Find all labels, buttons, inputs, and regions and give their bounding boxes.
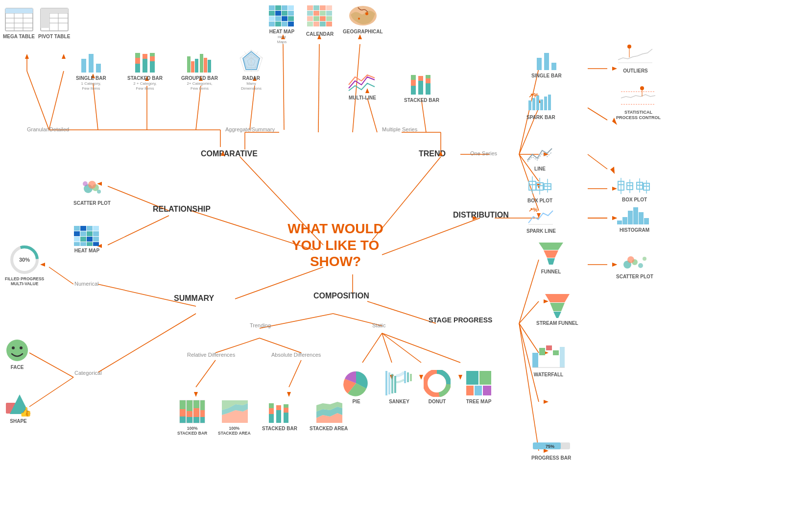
node-spark-bar[interactable]: ↗% SPARK BAR: [526, 91, 555, 121]
svg-rect-130: [150, 53, 155, 56]
node-histogram[interactable]: HISTOGRAM: [616, 203, 653, 233]
node-filled-progress[interactable]: 30% FILLED PROGRESSMULTI-VALUE: [5, 245, 44, 286]
tree-map-icon: [465, 370, 492, 397]
svg-rect-174: [313, 22, 319, 26]
svg-line-74: [196, 360, 215, 387]
svg-rect-192: [528, 100, 531, 110]
single-bar-right-label: SINGLE BAR: [531, 73, 562, 79]
svg-rect-175: [320, 22, 326, 26]
shape-icon: 👍: [5, 392, 32, 416]
node-sankey[interactable]: SANKEY: [384, 370, 414, 405]
svg-rect-263: [74, 237, 80, 242]
svg-rect-181: [411, 80, 416, 86]
node-box-plot[interactable]: BOX PLOT: [526, 174, 553, 204]
svg-rect-267: [74, 242, 80, 246]
svg-point-210: [640, 86, 644, 90]
svg-rect-149: [269, 11, 275, 16]
svg-rect-315: [269, 414, 274, 423]
face-label: FACE: [11, 365, 24, 370]
node-funnel[interactable]: FUNNEL: [536, 240, 566, 275]
pie-label: PIE: [352, 399, 360, 405]
stacked-bar-trend-label: STACKED BAR: [404, 98, 439, 103]
node-heat-map-top[interactable]: HEAT MAP HeatMaps: [268, 5, 295, 44]
svg-rect-282: [391, 374, 393, 393]
svg-rect-310: [200, 410, 205, 417]
node-tree-map[interactable]: TREE MAP: [465, 370, 492, 405]
svg-rect-243: [546, 345, 552, 350]
static-label: Static: [372, 322, 386, 328]
node-outliers[interactable]: OUTLIERS: [617, 44, 654, 74]
svg-rect-259: [74, 231, 80, 236]
node-shape[interactable]: 👍 SHAPE: [5, 392, 32, 424]
calendar-icon: [307, 5, 334, 29]
svg-rect-196: [544, 97, 547, 110]
svg-rect-306: [193, 408, 199, 417]
svg-rect-152: [288, 11, 294, 16]
node-mega-table[interactable]: MEGA TABLE: [3, 7, 35, 40]
node-radar[interactable]: RADAR ManyDimensions: [239, 49, 263, 91]
radar-sublabel: ManyDimensions: [241, 81, 262, 91]
node-stacked-bar-comp-bottom[interactable]: STACKED BAR: [262, 399, 297, 432]
node-heat-map-rel[interactable]: HEAT MAP: [73, 225, 100, 254]
node-calendar[interactable]: CALENDAR: [306, 5, 334, 37]
node-grouped-bar[interactable]: GROUPED BAR 2+ Categories,Few Items: [181, 49, 218, 91]
node-spark-line[interactable]: ↗% SPARK LINE: [526, 206, 556, 234]
node-single-bar-comp[interactable]: SINGLE BAR 1 Category,Few Items: [76, 49, 106, 91]
node-pivot-table[interactable]: PIVOT TABLE: [38, 7, 70, 40]
svg-rect-132: [191, 61, 194, 73]
node-stacked-area[interactable]: STACKED AREA: [310, 399, 348, 432]
svg-rect-157: [269, 22, 275, 26]
svg-rect-169: [307, 16, 313, 21]
heat-map-top-icon: [268, 5, 295, 27]
node-waterfall[interactable]: WATERFALL: [531, 343, 566, 378]
node-scatter-rel[interactable]: SCATTER PLOT: [73, 174, 111, 206]
diagram-container: WHAT WOULD YOU LIKE TO SHOW? MEGA TABLE: [0, 0, 812, 514]
scatter-rel-label: SCATTER PLOT: [73, 200, 111, 206]
node-spc[interactable]: STATISTICALPROCESS CONTROL: [616, 86, 661, 121]
node-stacked-bar-trend[interactable]: STACKED BAR: [404, 71, 439, 103]
svg-rect-291: [466, 371, 478, 385]
svg-rect-161: [307, 5, 313, 10]
node-geographical[interactable]: GEOGRAPHICAL: [343, 5, 383, 35]
svg-rect-165: [307, 11, 313, 16]
node-100-stacked-area[interactable]: 100%STACKED AREA: [218, 399, 251, 436]
node-stream-funnel[interactable]: STREAM FUNNEL: [536, 292, 578, 326]
node-donut[interactable]: DONUT: [424, 370, 451, 405]
donut-label: DONUT: [429, 399, 446, 405]
node-stacked-bar-comp[interactable]: STACKED BAR 2 + Category,Few Items: [127, 49, 163, 91]
svg-rect-293: [466, 386, 474, 395]
svg-rect-285: [407, 372, 409, 382]
svg-rect-283: [394, 376, 396, 393]
svg-rect-269: [87, 242, 93, 246]
svg-line-48: [588, 108, 607, 120]
node-100-stacked-bar[interactable]: 100%STACKED BAR: [177, 399, 207, 436]
svg-rect-180: [411, 86, 416, 95]
node-face[interactable]: FACE: [5, 338, 29, 370]
svg-rect-118: [41, 18, 49, 23]
svg-rect-147: [282, 5, 287, 10]
node-single-bar-right[interactable]: SINGLE BAR: [531, 49, 562, 79]
svg-rect-303: [187, 417, 192, 423]
multiple-series-label: Multiple Series: [382, 126, 417, 132]
svg-marker-239: [550, 303, 565, 311]
node-line[interactable]: LINE: [526, 145, 553, 172]
svg-rect-301: [187, 400, 192, 411]
svg-marker-66: [544, 400, 549, 404]
node-progress-bar[interactable]: 75% PROGRESS BAR: [531, 439, 571, 461]
mega-table-label: MEGA TABLE: [3, 34, 35, 40]
svg-rect-183: [418, 81, 423, 95]
spark-bar-label: SPARK BAR: [526, 115, 555, 121]
svg-rect-166: [313, 11, 319, 16]
pivot-table-icon: [40, 7, 69, 32]
svg-point-233: [638, 263, 643, 268]
svg-line-23: [283, 44, 284, 130]
svg-rect-163: [320, 5, 326, 10]
node-scatter-dist[interactable]: SCATTER PLOT: [616, 250, 653, 280]
stacked-bar-trend-icon: [408, 71, 435, 96]
node-box-plot-right[interactable]: BOX PLOT: [616, 175, 653, 203]
svg-text:👍: 👍: [20, 406, 32, 416]
heat-map-rel-label: HEAT MAP: [74, 248, 99, 254]
svg-rect-242: [539, 348, 545, 355]
svg-rect-309: [200, 400, 205, 410]
node-multi-line[interactable]: MULTI-LINE: [348, 71, 377, 101]
